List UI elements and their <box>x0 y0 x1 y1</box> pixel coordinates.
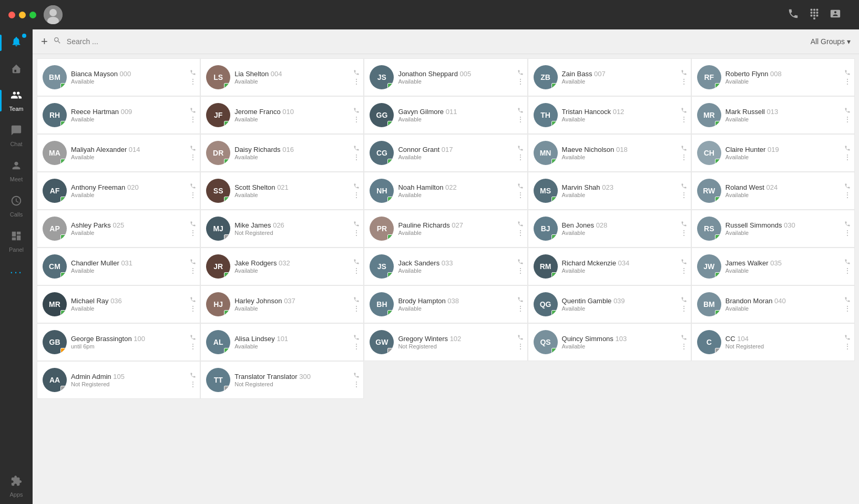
contact-card[interactable]: MJ Mike James 026 Not Registered ⋮ <box>200 210 364 248</box>
more-action-icon[interactable]: ⋮ <box>517 78 524 85</box>
more-action-icon[interactable]: ⋮ <box>680 267 688 274</box>
call-action-icon[interactable] <box>681 183 687 190</box>
sidebar-item-more[interactable]: ··· <box>0 259 33 285</box>
sidebar-item-meet[interactable]: Meet <box>0 153 33 189</box>
call-action-icon[interactable] <box>190 183 196 190</box>
more-action-icon[interactable]: ⋮ <box>844 229 851 236</box>
contact-card[interactable]: JS Jack Sanders 033 Available ⋮ <box>364 248 527 285</box>
close-button[interactable] <box>8 12 15 18</box>
contact-card[interactable]: MS Marvin Shah 023 Available ⋮ <box>528 172 691 210</box>
more-action-icon[interactable]: ⋮ <box>353 305 360 312</box>
call-action-icon[interactable] <box>190 221 196 228</box>
contact-card[interactable]: MN Maeve Nicholson 018 Available ⋮ <box>528 134 691 172</box>
contact-card[interactable]: JF Jerome Franco 010 Available ⋮ <box>200 96 364 134</box>
contact-card[interactable]: QS Quincy Simmons 103 Available ⋮ <box>528 323 691 361</box>
sidebar-item-chat[interactable]: Chat <box>0 118 33 153</box>
contacts-icon[interactable] <box>830 8 841 22</box>
more-action-icon[interactable]: ⋮ <box>189 116 197 123</box>
contact-card[interactable]: BH Brody Hampton 038 Available ⋮ <box>364 285 527 323</box>
more-action-icon[interactable]: ⋮ <box>844 305 851 312</box>
sidebar-item-home[interactable] <box>0 56 33 83</box>
contact-card[interactable]: MR Mark Russell 013 Available ⋮ <box>691 96 855 134</box>
call-action-icon[interactable] <box>681 69 687 77</box>
contact-card[interactable]: CG Connor Grant 017 Available ⋮ <box>364 134 527 172</box>
call-action-icon[interactable] <box>844 221 851 228</box>
call-action-icon[interactable] <box>190 296 196 304</box>
call-action-icon[interactable] <box>844 334 851 342</box>
call-action-icon[interactable] <box>190 107 196 115</box>
contact-card[interactable]: BM Brandon Moran 040 Available ⋮ <box>691 285 855 323</box>
contact-card[interactable]: PR Pauline Richards 027 Available ⋮ <box>364 210 527 248</box>
contact-card[interactable]: BJ Ben Jones 028 Available ⋮ <box>528 210 691 248</box>
more-action-icon[interactable]: ⋮ <box>517 153 524 161</box>
keypad-icon[interactable] <box>809 8 820 22</box>
more-action-icon[interactable]: ⋮ <box>680 191 688 199</box>
more-action-icon[interactable]: ⋮ <box>844 343 851 350</box>
more-action-icon[interactable]: ⋮ <box>844 116 851 123</box>
contact-card[interactable]: AP Ashley Parks 025 Available ⋮ <box>37 210 200 248</box>
contact-card[interactable]: RH Reece Hartman 009 Available ⋮ <box>37 96 200 134</box>
call-action-icon[interactable] <box>517 259 524 266</box>
more-action-icon[interactable]: ⋮ <box>680 116 688 123</box>
more-action-icon[interactable]: ⋮ <box>353 153 360 161</box>
call-action-icon[interactable] <box>681 259 687 266</box>
call-action-icon[interactable] <box>681 296 687 304</box>
contact-card[interactable]: AA Admin Admin 105 Not Registered ⋮ <box>37 361 200 399</box>
call-action-icon[interactable] <box>353 221 360 228</box>
contact-card[interactable]: DR Daisy Richards 016 Available ⋮ <box>200 134 364 172</box>
call-action-icon[interactable] <box>353 296 360 304</box>
call-action-icon[interactable] <box>681 221 687 228</box>
contact-card[interactable]: HJ Harley Johnson 037 Available ⋮ <box>200 285 364 323</box>
call-action-icon[interactable] <box>681 145 687 152</box>
call-action-icon[interactable] <box>844 145 851 152</box>
more-action-icon[interactable]: ⋮ <box>189 78 197 85</box>
call-action-icon[interactable] <box>517 145 524 152</box>
sidebar-item-calls[interactable]: Calls <box>0 189 33 224</box>
contact-card[interactable]: GB George Brassington 100 until 6pm ⋮ <box>37 323 200 361</box>
more-action-icon[interactable]: ⋮ <box>353 380 360 388</box>
phone-icon[interactable] <box>788 8 799 22</box>
contact-card[interactable]: JS Jonathon Sheppard 005 Available ⋮ <box>364 58 527 96</box>
call-action-icon[interactable] <box>353 145 360 152</box>
more-action-icon[interactable]: ⋮ <box>353 229 360 236</box>
more-action-icon[interactable]: ⋮ <box>680 343 688 350</box>
contact-card[interactable]: CM Chandler Muller 031 Available ⋮ <box>37 248 200 285</box>
more-action-icon[interactable]: ⋮ <box>189 380 197 388</box>
call-action-icon[interactable] <box>353 107 360 115</box>
call-action-icon[interactable] <box>844 69 851 77</box>
call-action-icon[interactable] <box>517 334 524 342</box>
more-action-icon[interactable]: ⋮ <box>353 116 360 123</box>
call-action-icon[interactable] <box>844 296 851 304</box>
more-action-icon[interactable]: ⋮ <box>353 343 360 350</box>
more-action-icon[interactable]: ⋮ <box>517 267 524 274</box>
contact-card[interactable]: LS Lia Shelton 004 Available ⋮ <box>200 58 364 96</box>
contact-card[interactable]: RW Roland West 024 Available ⋮ <box>691 172 855 210</box>
more-action-icon[interactable]: ⋮ <box>517 191 524 199</box>
call-action-icon[interactable] <box>353 334 360 342</box>
call-action-icon[interactable] <box>353 69 360 77</box>
more-action-icon[interactable]: ⋮ <box>844 267 851 274</box>
more-action-icon[interactable]: ⋮ <box>189 191 197 199</box>
contact-card[interactable]: CH Claire Hunter 019 Available ⋮ <box>691 134 855 172</box>
contact-card[interactable]: BM Bianca Mayson 000 Available ⋮ <box>37 58 200 96</box>
call-action-icon[interactable] <box>681 107 687 115</box>
more-action-icon[interactable]: ⋮ <box>353 267 360 274</box>
more-action-icon[interactable]: ⋮ <box>189 229 197 236</box>
more-action-icon[interactable]: ⋮ <box>680 153 688 161</box>
contact-card[interactable]: TT Translator Translator 300 Not Registe… <box>200 361 364 399</box>
more-action-icon[interactable]: ⋮ <box>680 229 688 236</box>
contact-card[interactable]: RS Russell Simmonds 030 Available ⋮ <box>691 210 855 248</box>
sidebar-item-panel[interactable]: Panel <box>0 224 33 259</box>
more-action-icon[interactable]: ⋮ <box>353 78 360 85</box>
sidebar-item-apps[interactable]: Apps <box>0 469 33 504</box>
contact-card[interactable]: JR Jake Rodgers 032 Available ⋮ <box>200 248 364 285</box>
contact-card[interactable]: ZB Zain Bass 007 Available ⋮ <box>528 58 691 96</box>
contact-card[interactable]: GG Gavyn Gilmore 011 Available ⋮ <box>364 96 527 134</box>
contact-card[interactable]: RM Richard Mckenzie 034 Available ⋮ <box>528 248 691 285</box>
more-action-icon[interactable]: ⋮ <box>517 229 524 236</box>
call-action-icon[interactable] <box>517 296 524 304</box>
more-action-icon[interactable]: ⋮ <box>844 78 851 85</box>
contact-card[interactable]: MA Maliyah Alexander 014 Available ⋮ <box>37 134 200 172</box>
call-action-icon[interactable] <box>681 334 687 342</box>
call-action-icon[interactable] <box>517 183 524 190</box>
